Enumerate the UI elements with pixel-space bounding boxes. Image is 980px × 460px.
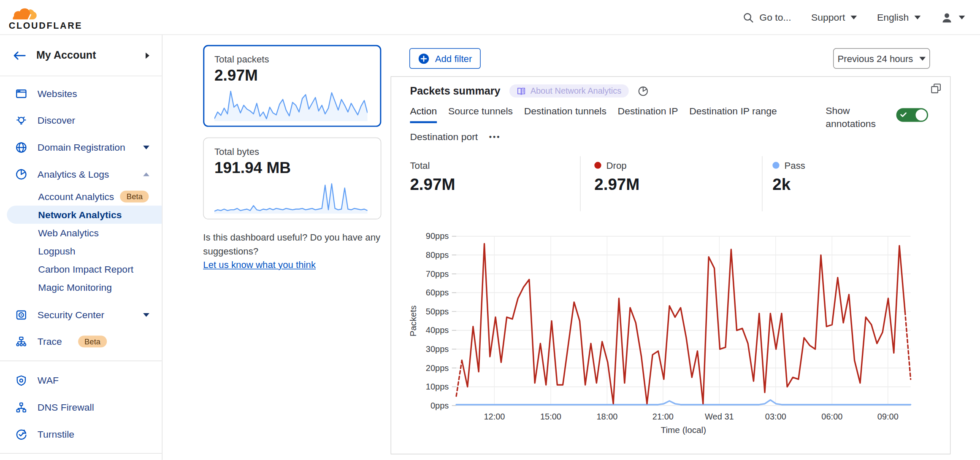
svg-text:20pps: 20pps — [426, 363, 449, 373]
time-range-dropdown[interactable]: Previous 24 hours — [833, 48, 930, 69]
sidebar-item-domain-registration[interactable]: Domain Registration — [0, 134, 162, 161]
legend-stats-row: Total 2.97M Drop 2.97M Pass 2k — [391, 156, 951, 211]
beta-badge: Beta — [120, 191, 149, 203]
support-menu[interactable]: Support — [811, 12, 857, 23]
svg-text:30pps: 30pps — [426, 344, 449, 354]
svg-text:60pps: 60pps — [426, 288, 449, 297]
chevron-up-icon — [143, 172, 149, 176]
sidebar-item-label: Discover — [38, 115, 75, 126]
sidebar-item-logpush[interactable]: Logpush — [0, 242, 162, 260]
tab-destination-tunnels[interactable]: Destination tunnels — [524, 106, 606, 123]
main-content: Add filter Previous 24 hours Packets sum… — [391, 35, 980, 460]
svg-text:09:00: 09:00 — [877, 412, 899, 421]
sidebar-item-magic-monitoring[interactable]: Magic Monitoring — [0, 278, 162, 296]
feedback-link[interactable]: Let us know what you think — [203, 259, 316, 270]
pass-dot — [772, 162, 779, 169]
sidebar-divider — [0, 360, 162, 361]
svg-text:12:00: 12:00 — [484, 412, 505, 421]
packets-summary-panel: Packets summary About Network Analytics — [391, 76, 951, 455]
sidebar-item-label: Carbon Impact Report — [38, 263, 133, 275]
sidebar-item-account-analytics[interactable]: Account Analytics Beta — [0, 187, 162, 206]
sidebar-nav: Websites Discover Domain Registration — [0, 76, 162, 460]
account-menu[interactable] — [941, 11, 965, 23]
pie-chart-icon — [638, 85, 649, 97]
shield-gear-icon — [15, 374, 28, 387]
sidebar-item-label: WAF — [38, 375, 59, 386]
topbar-actions: Go to... Support English — [743, 0, 965, 35]
sidebar-item-trace[interactable]: Trace Beta — [0, 328, 162, 355]
sidebar-header: My Account — [0, 35, 162, 76]
sidebar-item-label: Account Analytics — [38, 191, 114, 202]
sidebar-item-web-analytics[interactable]: Web Analytics — [0, 224, 162, 242]
drop-dot — [594, 162, 601, 169]
browser-window-icon — [15, 87, 28, 100]
add-filter-button[interactable]: Add filter — [409, 48, 481, 69]
svg-text:0pps: 0pps — [430, 401, 449, 410]
sidebar-item-label: Turnstile — [38, 428, 74, 440]
cloudflare-dashboard: CLOUDFLARE Go to... Support English — [0, 0, 980, 460]
stat-pass: Pass 2k — [762, 156, 951, 211]
sidebar-item-network-analytics[interactable]: Network Analytics — [7, 206, 162, 224]
goto-search[interactable]: Go to... — [743, 12, 791, 23]
svg-text:03:00: 03:00 — [765, 412, 786, 421]
plus-circle-icon — [418, 53, 430, 64]
time-range-label: Previous 24 hours — [837, 53, 913, 64]
brand-wordmark: CLOUDFLARE — [9, 21, 83, 30]
language-menu[interactable]: English — [877, 12, 920, 23]
sidebar-item-turnstile[interactable]: Turnstile — [0, 421, 162, 448]
account-title: My Account — [36, 49, 96, 62]
chevron-right-icon[interactable] — [146, 52, 149, 59]
feedback-question: Is this dashboard useful? Do you have an… — [203, 230, 381, 257]
stat-total: Total 2.97M — [391, 156, 580, 211]
total-packets-card[interactable]: Total packets 2.97M — [203, 45, 381, 127]
total-bytes-card[interactable]: Total bytes 191.94 MB — [203, 138, 381, 219]
card-value: 191.94 MB — [214, 159, 370, 177]
show-annotations-toggle[interactable] — [896, 108, 929, 122]
cloudflare-logo[interactable]: CLOUDFLARE — [9, 4, 83, 30]
sidebar-item-security-center[interactable]: Security Center — [0, 301, 162, 328]
about-network-analytics-badge[interactable]: About Network Analytics — [509, 84, 629, 97]
topbar: CLOUDFLARE Go to... Support English — [0, 0, 980, 35]
chevron-down-icon — [143, 145, 149, 149]
support-label: Support — [811, 12, 845, 23]
card-value: 2.97M — [214, 66, 370, 84]
tabs-more-icon[interactable]: ••• — [489, 131, 501, 141]
circle-check-icon — [15, 428, 28, 441]
lightbulb-icon — [15, 114, 28, 127]
tab-destination-ip[interactable]: Destination IP — [618, 106, 678, 123]
tab-destination-ip-range[interactable]: Destination IP range — [689, 106, 777, 123]
sidebar-item-discover[interactable]: Discover — [0, 107, 162, 134]
sidebar-item-label: Security Center — [38, 309, 104, 320]
packets-time-series-chart: 0pps10pps20pps30pps40pps50pps60pps70pps8… — [391, 223, 951, 443]
expand-panel-button[interactable] — [931, 83, 941, 94]
back-arrow-icon[interactable] — [13, 51, 27, 60]
dimension-tabs: Action Source tunnels Destination tunnel… — [410, 106, 819, 147]
sidebar-item-analytics-logs[interactable]: Analytics & Logs — [0, 161, 162, 188]
sidebar-item-websites[interactable]: Websites — [0, 80, 162, 107]
safe-icon — [15, 308, 28, 321]
sidebar-item-label: Trace — [38, 336, 62, 347]
sidebar-item-label: Magic Monitoring — [38, 281, 112, 293]
sidebar-item-waf[interactable]: WAF — [0, 367, 162, 394]
stat-label: Pass — [784, 160, 805, 170]
svg-text:10pps: 10pps — [426, 382, 449, 391]
chart-type-button[interactable] — [638, 85, 649, 97]
hierarchy-icon — [15, 401, 28, 414]
tab-destination-port[interactable]: Destination port — [410, 131, 478, 147]
chevron-down-icon — [851, 16, 857, 19]
stat-value: 2k — [772, 175, 951, 195]
svg-text:70pps: 70pps — [426, 269, 449, 279]
metric-cards-column: Total packets 2.97M Total bytes 191.94 M… — [203, 45, 381, 271]
sidebar-item-carbon-impact-report[interactable]: Carbon Impact Report — [0, 260, 162, 278]
tab-action[interactable]: Action — [410, 106, 437, 123]
bytes-sparkline — [214, 180, 368, 214]
feedback-block: Is this dashboard useful? Do you have an… — [203, 230, 381, 271]
user-icon — [941, 11, 953, 23]
sidebar-item-dns-firewall[interactable]: DNS Firewall — [0, 394, 162, 421]
about-badge-label: About Network Analytics — [531, 86, 622, 95]
language-label: English — [877, 12, 909, 23]
search-icon — [743, 12, 754, 23]
svg-text:40pps: 40pps — [426, 325, 449, 335]
stat-label: Drop — [606, 160, 626, 170]
tab-source-tunnels[interactable]: Source tunnels — [448, 106, 513, 123]
